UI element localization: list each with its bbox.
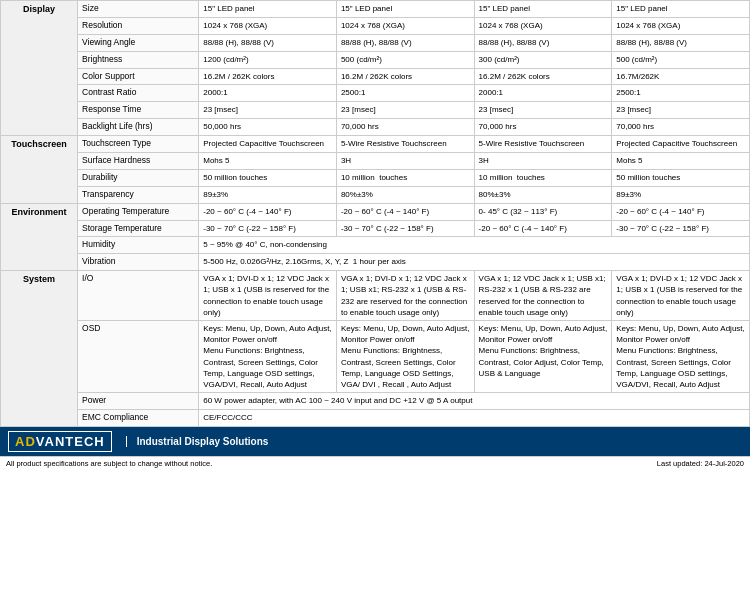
row-label: Brightness bbox=[78, 51, 199, 68]
row-value: 88/88 (H), 88/88 (V) bbox=[612, 34, 750, 51]
row-value-merged: 60 W power adapter, with AC 100 ~ 240 V … bbox=[199, 393, 750, 410]
table-row: Humidity5 ~ 95% @ 40° C, non-condensing bbox=[1, 237, 750, 254]
row-value: 1200 (cd/m²) bbox=[199, 51, 337, 68]
category-cell: System bbox=[1, 271, 78, 427]
row-value: 16.2M / 262K colors bbox=[336, 68, 474, 85]
row-value: 2500:1 bbox=[612, 85, 750, 102]
row-value: 16.7M/262K bbox=[612, 68, 750, 85]
table-row: EnvironmentOperating Temperature-20 ~ 60… bbox=[1, 203, 750, 220]
row-value: 88/88 (H), 88/88 (V) bbox=[336, 34, 474, 51]
row-value: 50 million touches bbox=[199, 169, 337, 186]
footer-updated: Last updated: 24-Jul-2020 bbox=[657, 459, 744, 468]
row-label: OSD bbox=[78, 321, 199, 393]
row-value: Keys: Menu, Up, Down, Auto Adjust, Monit… bbox=[336, 321, 474, 393]
row-value: VGA x 1; DVI-D x 1; 12 VDC Jack x 1; USB… bbox=[199, 271, 337, 321]
table-row: Resolution1024 x 768 (XGA)1024 x 768 (XG… bbox=[1, 17, 750, 34]
table-row: Durability50 million touches10 million t… bbox=[1, 169, 750, 186]
row-value: 2000:1 bbox=[199, 85, 337, 102]
row-value: 2000:1 bbox=[474, 85, 612, 102]
logo-ad: AD bbox=[15, 434, 36, 449]
row-label: Vibration bbox=[78, 254, 199, 271]
category-cell: Display bbox=[1, 1, 78, 136]
row-label: Storage Temperature bbox=[78, 220, 199, 237]
row-value: -30 ~ 70° C (-22 ~ 158° F) bbox=[336, 220, 474, 237]
row-value: 50,000 hrs bbox=[199, 119, 337, 136]
row-value: 500 (cd/m²) bbox=[612, 51, 750, 68]
row-value: 3H bbox=[474, 153, 612, 170]
row-value: 10 million touches bbox=[474, 169, 612, 186]
row-value: -20 ~ 60° C (-4 ~ 140° F) bbox=[474, 220, 612, 237]
row-value: 5-Wire Resistive Touchscreen bbox=[336, 136, 474, 153]
row-label: Durability bbox=[78, 169, 199, 186]
spec-table: DisplaySize15" LED panel15" LED panel15"… bbox=[0, 0, 750, 427]
row-value: 3H bbox=[336, 153, 474, 170]
row-label: Backlight Life (hrs) bbox=[78, 119, 199, 136]
row-value: VGA x 1; DVI-D x 1; 12 VDC Jack x 1; USB… bbox=[336, 271, 474, 321]
table-row: TouchscreenTouchscreen TypeProjected Cap… bbox=[1, 136, 750, 153]
row-label: Contrast Ratio bbox=[78, 85, 199, 102]
row-value: 0- 45° C (32 ~ 113° F) bbox=[474, 203, 612, 220]
row-value: -20 ~ 60° C (-4 ~ 140° F) bbox=[612, 203, 750, 220]
category-cell: Touchscreen bbox=[1, 136, 78, 204]
row-value: -20 ~ 60° C (-4 ~ 140° F) bbox=[336, 203, 474, 220]
row-value: Keys: Menu, Up, Down, Auto Adjust, Monit… bbox=[612, 321, 750, 393]
row-value: Mohs 5 bbox=[199, 153, 337, 170]
table-row: Vibration5-500 Hz, 0.026G²/Hz, 2.16Grms,… bbox=[1, 254, 750, 271]
row-label: EMC Compliance bbox=[78, 410, 199, 427]
row-value: 16.2M / 262K colors bbox=[474, 68, 612, 85]
table-row: EMC ComplianceCE/FCC/CCC bbox=[1, 410, 750, 427]
row-value: VGA x 1; DVI-D x 1; 12 VDC Jack x 1; USB… bbox=[612, 271, 750, 321]
table-row: Contrast Ratio2000:12500:12000:12500:1 bbox=[1, 85, 750, 102]
row-value: 70,000 hrs bbox=[336, 119, 474, 136]
row-label: Surface Hardness bbox=[78, 153, 199, 170]
row-value: 15" LED panel bbox=[612, 1, 750, 18]
row-value: 500 (cd/m²) bbox=[336, 51, 474, 68]
row-label: Size bbox=[78, 1, 199, 18]
row-value: 1024 x 768 (XGA) bbox=[612, 17, 750, 34]
table-row: Backlight Life (hrs)50,000 hrs70,000 hrs… bbox=[1, 119, 750, 136]
table-row: Brightness1200 (cd/m²)500 (cd/m²)300 (cd… bbox=[1, 51, 750, 68]
row-value: 23 [msec] bbox=[199, 102, 337, 119]
row-value: 300 (cd/m²) bbox=[474, 51, 612, 68]
footer-tagline: Industrial Display Solutions bbox=[126, 436, 269, 447]
row-value: 88/88 (H), 88/88 (V) bbox=[474, 34, 612, 51]
row-label: Response Time bbox=[78, 102, 199, 119]
row-value: 1024 x 768 (XGA) bbox=[474, 17, 612, 34]
row-value: 16.2M / 262K colors bbox=[199, 68, 337, 85]
row-label: Operating Temperature bbox=[78, 203, 199, 220]
row-value: -30 ~ 70° C (-22 ~ 158° F) bbox=[199, 220, 337, 237]
table-row: DisplaySize15" LED panel15" LED panel15"… bbox=[1, 1, 750, 18]
row-value-merged: CE/FCC/CCC bbox=[199, 410, 750, 427]
logo-vantech: VANTECH bbox=[36, 434, 105, 449]
row-value: 2500:1 bbox=[336, 85, 474, 102]
row-value: Projected Capacitive Touchscreen bbox=[199, 136, 337, 153]
table-row: SystemI/OVGA x 1; DVI-D x 1; 12 VDC Jack… bbox=[1, 271, 750, 321]
row-value: 88/88 (H), 88/88 (V) bbox=[199, 34, 337, 51]
row-value: VGA x 1; 12 VDC Jack x 1; USB x1; RS-232… bbox=[474, 271, 612, 321]
table-row: Viewing Angle88/88 (H), 88/88 (V)88/88 (… bbox=[1, 34, 750, 51]
row-label: Resolution bbox=[78, 17, 199, 34]
footer-bottom: All product specifications are subject t… bbox=[0, 456, 750, 470]
row-label: Viewing Angle bbox=[78, 34, 199, 51]
row-label: Transparency bbox=[78, 186, 199, 203]
row-value: 15" LED panel bbox=[199, 1, 337, 18]
table-row: Storage Temperature-30 ~ 70° C (-22 ~ 15… bbox=[1, 220, 750, 237]
row-value-merged: 5 ~ 95% @ 40° C, non-condensing bbox=[199, 237, 750, 254]
row-value: Mohs 5 bbox=[612, 153, 750, 170]
row-value: 23 [msec] bbox=[612, 102, 750, 119]
footer-logo: ADVANTECH bbox=[8, 431, 112, 452]
row-value: 15" LED panel bbox=[336, 1, 474, 18]
footer-bar: ADVANTECH Industrial Display Solutions bbox=[0, 427, 750, 456]
footer-disclaimer: All product specifications are subject t… bbox=[6, 459, 212, 468]
row-value: 50 million touches bbox=[612, 169, 750, 186]
row-value: 1024 x 768 (XGA) bbox=[199, 17, 337, 34]
row-value: Keys: Menu, Up, Down, Auto Adjust, Monit… bbox=[199, 321, 337, 393]
row-value: -30 ~ 70° C (-22 ~ 158° F) bbox=[612, 220, 750, 237]
row-value: 80%±3% bbox=[336, 186, 474, 203]
row-label: Humidity bbox=[78, 237, 199, 254]
table-row: Power60 W power adapter, with AC 100 ~ 2… bbox=[1, 393, 750, 410]
row-label: I/O bbox=[78, 271, 199, 321]
row-label: Power bbox=[78, 393, 199, 410]
row-value: 23 [msec] bbox=[336, 102, 474, 119]
table-row: Transparency89±3%80%±3%80%±3%89±3% bbox=[1, 186, 750, 203]
